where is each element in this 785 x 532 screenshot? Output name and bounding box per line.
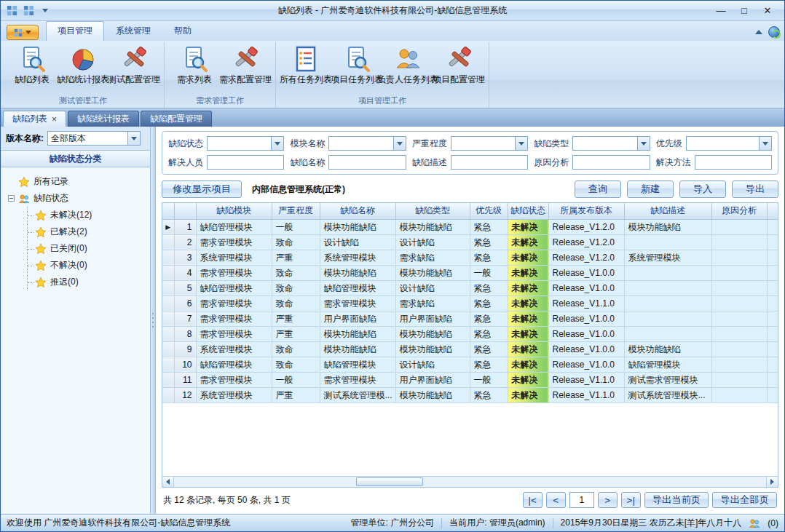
cell-defect-module[interactable]: 需求管理模块 bbox=[196, 326, 272, 341]
cell-defect-name[interactable]: 需求管理模块 bbox=[320, 295, 395, 311]
table-row[interactable]: 6 需求管理模块 致命 需求管理模块 需求缺陷 紧急 未解决 Release_V… bbox=[162, 295, 778, 311]
doc-tab-defect-report[interactable]: 缺陷统计报表 bbox=[68, 111, 139, 127]
cell-release-version[interactable]: Release_V1.2.0 bbox=[548, 234, 624, 250]
dropdown-arrow-icon[interactable] bbox=[637, 137, 650, 150]
cell-priority[interactable]: 紧急 bbox=[470, 357, 508, 372]
ribbon-item-project-tasks[interactable]: 项目任务列表 bbox=[333, 44, 381, 84]
cell-defect-name[interactable]: 缺陷管理模块 bbox=[320, 280, 395, 295]
ribbon-item-requirement-list[interactable]: 需求列表 bbox=[170, 44, 218, 84]
cell-defect-type[interactable]: 用户界面缺陷 bbox=[395, 372, 470, 387]
table-row[interactable]: 2 需求管理模块 致命 设计缺陷 设计缺陷 紧急 未解决 Release_V1.… bbox=[162, 234, 778, 250]
col-priority[interactable]: 优先级 bbox=[470, 203, 508, 219]
cell-priority[interactable]: 紧急 bbox=[470, 326, 508, 341]
quick-access-dropdown-icon[interactable] bbox=[39, 4, 52, 17]
cell-cause-analysis[interactable] bbox=[711, 387, 767, 402]
filter-text-input[interactable] bbox=[572, 155, 650, 170]
tree-item-status[interactable]: 不解决(0) bbox=[28, 257, 147, 274]
collapse-ribbon-icon[interactable] bbox=[755, 30, 762, 34]
ribbon-item-defect-report[interactable]: 缺陷统计报表 bbox=[59, 44, 107, 84]
cell-release-version[interactable]: Release_V1.0.0 bbox=[548, 280, 624, 295]
cell-defect-status[interactable]: 未解决 bbox=[508, 372, 548, 387]
ribbon-item-requirement-config[interactable]: 需求配置管理 bbox=[221, 44, 269, 84]
cell-defect-type[interactable]: 设计缺陷 bbox=[395, 357, 470, 372]
cell-cause-analysis[interactable] bbox=[711, 219, 767, 234]
cell-defect-name[interactable]: 缺陷管理模块 bbox=[320, 357, 395, 372]
ribbon-tab-project[interactable]: 项目管理 bbox=[46, 21, 104, 41]
doc-tab-defect-list[interactable]: 缺陷列表 × bbox=[3, 111, 66, 127]
cell-severity[interactable]: 严重 bbox=[272, 311, 320, 326]
cell-cause-analysis[interactable] bbox=[711, 311, 767, 326]
tree-item-status[interactable]: 已解决(2) bbox=[28, 223, 147, 240]
cell-defect-status[interactable]: 未解决 bbox=[508, 219, 548, 234]
col-defect-desc[interactable]: 缺陷描述 bbox=[624, 203, 711, 219]
cell-defect-module[interactable]: 系统管理模块 bbox=[196, 341, 272, 357]
cell-defect-module[interactable]: 缺陷管理模块 bbox=[196, 357, 272, 372]
cell-priority[interactable]: 紧急 bbox=[470, 387, 508, 402]
cell-cause-analysis[interactable] bbox=[711, 326, 767, 341]
table-row[interactable]: 9 系统管理模块 致命 模块功能缺陷 模块功能缺陷 紧急 未解决 Release… bbox=[162, 341, 778, 357]
filter-text-input[interactable] bbox=[207, 155, 284, 170]
col-defect-type[interactable]: 缺陷类型 bbox=[395, 203, 470, 219]
cell-defect-module[interactable]: 需求管理模块 bbox=[196, 295, 272, 311]
table-row[interactable]: 7 需求管理模块 严重 用户界面缺陷 用户界面缺陷 紧急 未解决 Release… bbox=[162, 311, 778, 326]
horizontal-scrollbar[interactable] bbox=[162, 476, 778, 487]
cell-defect-module[interactable]: 系统管理模块 bbox=[196, 387, 272, 402]
ribbon-tab-help[interactable]: 帮助 bbox=[162, 21, 203, 41]
maximize-button[interactable]: □ bbox=[733, 3, 755, 19]
cell-cause-analysis[interactable] bbox=[711, 250, 767, 265]
export-current-page-button[interactable]: 导出当前页 bbox=[644, 492, 709, 508]
cell-defect-status[interactable]: 未解决 bbox=[508, 311, 548, 326]
cell-solution[interactable] bbox=[767, 372, 778, 387]
tree-item-status[interactable]: 推迟(0) bbox=[28, 274, 147, 290]
page-number-input[interactable] bbox=[569, 492, 594, 508]
scrollbar-thumb[interactable] bbox=[356, 477, 423, 486]
col-severity[interactable]: 严重程度 bbox=[272, 203, 320, 219]
filter-text-input[interactable] bbox=[328, 155, 406, 170]
cell-priority[interactable]: 紧急 bbox=[470, 311, 508, 326]
cell-priority[interactable]: 紧急 bbox=[470, 280, 508, 295]
cell-priority[interactable]: 紧急 bbox=[470, 234, 508, 250]
cell-severity[interactable]: 严重 bbox=[272, 250, 320, 265]
cell-defect-name[interactable]: 模块功能缺陷 bbox=[320, 341, 395, 357]
cell-defect-module[interactable]: 系统管理模块 bbox=[196, 250, 272, 265]
cell-release-version[interactable]: Release_V1.0.0 bbox=[548, 357, 624, 372]
tree-item-defect-status[interactable]: 缺陷状态 bbox=[8, 190, 147, 207]
cell-defect-desc[interactable]: 模块功能缺陷 bbox=[624, 219, 711, 234]
cell-solution[interactable] bbox=[767, 295, 778, 311]
cell-defect-desc[interactable] bbox=[624, 280, 711, 295]
table-row[interactable]: 8 需求管理模块 严重 模块功能缺陷 模块功能缺陷 紧急 未解决 Release… bbox=[162, 326, 778, 341]
cell-defect-status[interactable]: 未解决 bbox=[508, 265, 548, 280]
scroll-right-icon[interactable] bbox=[766, 477, 778, 487]
last-page-button[interactable]: >| bbox=[621, 492, 641, 508]
cell-defect-desc[interactable] bbox=[624, 295, 711, 311]
filter-text-input[interactable] bbox=[451, 155, 528, 170]
filter-dropdown[interactable] bbox=[572, 136, 650, 151]
cell-defect-status[interactable]: 未解决 bbox=[508, 234, 548, 250]
cell-defect-type[interactable]: 用户界面缺陷 bbox=[395, 311, 470, 326]
cell-priority[interactable]: 紧急 bbox=[470, 250, 508, 265]
cell-release-version[interactable]: Release_V1.1.0 bbox=[548, 387, 624, 402]
cell-defect-type[interactable]: 需求缺陷 bbox=[395, 295, 470, 311]
table-row[interactable]: 3 系统管理模块 严重 系统管理模块 需求缺陷 紧急 未解决 Release_V… bbox=[162, 250, 778, 265]
table-row[interactable]: 10 缺陷管理模块 致命 缺陷管理模块 设计缺陷 紧急 未解决 Release_… bbox=[162, 357, 778, 372]
cell-priority[interactable]: 一般 bbox=[470, 265, 508, 280]
next-page-button[interactable]: > bbox=[598, 492, 618, 508]
cell-defect-module[interactable]: 缺陷管理模块 bbox=[196, 280, 272, 295]
table-row[interactable]: 11 需求管理模块 一般 需求管理模块 用户界面缺陷 一般 未解决 Releas… bbox=[162, 372, 778, 387]
cell-release-version[interactable]: Release_V1.1.0 bbox=[548, 372, 624, 387]
cell-defect-module[interactable]: 需求管理模块 bbox=[196, 311, 272, 326]
modify-columns-button[interactable]: 修改显示项目 bbox=[162, 180, 242, 198]
cell-defect-status[interactable]: 未解决 bbox=[508, 295, 548, 311]
cell-solution[interactable] bbox=[767, 265, 778, 280]
tree-item-status[interactable]: 已关闭(0) bbox=[28, 240, 147, 257]
dropdown-arrow-icon[interactable] bbox=[393, 137, 406, 150]
filter-dropdown[interactable] bbox=[207, 136, 284, 151]
ribbon-tab-system[interactable]: 系统管理 bbox=[104, 21, 162, 41]
scrollbar-track[interactable] bbox=[174, 477, 766, 487]
col-cause-analysis[interactable]: 原因分析 bbox=[711, 203, 767, 219]
cell-severity[interactable]: 致命 bbox=[272, 280, 320, 295]
cell-release-version[interactable]: Release_V1.0.0 bbox=[548, 341, 624, 357]
prev-page-button[interactable]: < bbox=[546, 492, 566, 508]
dropdown-arrow-icon[interactable] bbox=[271, 137, 283, 150]
toolbar-action-button[interactable]: 查询 bbox=[575, 180, 621, 198]
